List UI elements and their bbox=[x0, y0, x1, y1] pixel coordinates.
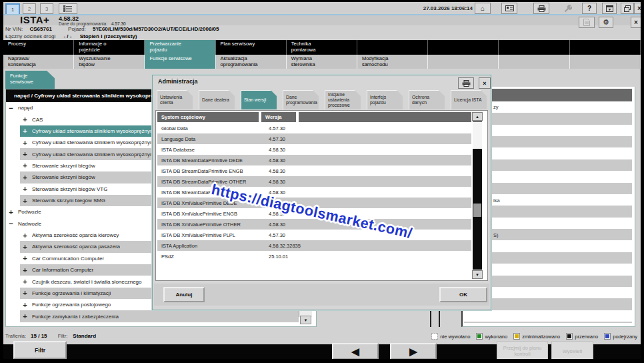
table-row[interactable]: ISTA Application4.58.32.32835 bbox=[157, 240, 471, 251]
tree-item-label: Podwozie bbox=[18, 209, 41, 215]
programming-data-label: Dane do programowania: bbox=[59, 21, 107, 26]
ok-button[interactable]: OK bbox=[439, 287, 487, 302]
expand-icon[interactable]: + bbox=[20, 173, 30, 182]
home-button[interactable]: ⌂ bbox=[475, 3, 491, 14]
submenu-tab-1[interactable]: Wyszukiwanie błędów bbox=[74, 55, 145, 69]
vehicle-id-button[interactable] bbox=[501, 3, 517, 14]
help-button[interactable]: ? bbox=[582, 3, 597, 14]
expand-icon[interactable]: + bbox=[20, 127, 30, 135]
expand-icon[interactable]: + bbox=[20, 289, 30, 297]
expand-icon[interactable]: + bbox=[20, 161, 30, 169]
wrench-icon bbox=[564, 5, 572, 13]
menu-tab-0[interactable]: Procesy bbox=[3, 40, 74, 55]
session-tab-3[interactable]: 3 bbox=[40, 3, 53, 14]
table-scrollbar[interactable]: ▲ ▼ bbox=[472, 112, 483, 279]
close-app-icon[interactable]: × bbox=[634, 3, 644, 14]
expand-icon[interactable]: + bbox=[20, 301, 30, 309]
legend-item: nie wywołano bbox=[431, 333, 470, 340]
menu-tab-4[interactable]: Technika pomiarowa bbox=[287, 40, 357, 55]
ista-application-window: { "window": { "datetime": "27.03.2026 18… bbox=[0, 0, 644, 363]
expand-icon[interactable]: + bbox=[20, 115, 30, 123]
expand-icon[interactable]: + bbox=[20, 243, 30, 251]
dialog-tab-4[interactable]: Inicjalne ustawienia procesowe bbox=[325, 90, 361, 109]
submenu-tab-5[interactable]: Modyfikacja samochodu bbox=[357, 55, 428, 69]
menu-tab-3[interactable]: Plan serwisowy bbox=[216, 40, 287, 55]
menu-tab-1[interactable]: Informacje o pojeździe bbox=[74, 40, 145, 55]
takeover-to-plan-button[interactable]: Przejmij do planu kontroli bbox=[497, 341, 548, 361]
submenu-tab-0[interactable]: Naprawa/ konserwacja bbox=[3, 55, 74, 69]
dialog-tab-0[interactable]: Ustawienia clienta bbox=[157, 90, 193, 109]
collapse-icon[interactable]: − bbox=[6, 104, 16, 112]
forward-button[interactable]: ▶ bbox=[390, 343, 437, 360]
tree-item[interactable]: +Funkcje zamykania i zabezpieczenia bbox=[20, 310, 299, 322]
dialog-tab-2[interactable]: Stan wersji bbox=[241, 90, 277, 109]
filter-button[interactable]: Filtr bbox=[13, 341, 67, 359]
legend-label: nie wywołano bbox=[440, 334, 470, 340]
scroll-up-button[interactable]: ▲ bbox=[472, 112, 483, 121]
menu-tab-empty bbox=[428, 40, 499, 55]
tree-item-label: Aktywna szerokość oparcia pasażera bbox=[32, 244, 120, 250]
datetime: 27.03.2026 18:06:14 bbox=[423, 5, 473, 11]
tree-item-label: Sterowanie skrzyni biegów bbox=[32, 174, 95, 180]
dialog-tab-1[interactable]: Dane dealera bbox=[199, 90, 235, 109]
table-row[interactable]: ISTA DB StreamDataPrimitive OTHER4.58.30 bbox=[157, 176, 471, 187]
tree-item-label: Cyfrowy układ sterowania silnikiem wysok… bbox=[32, 151, 155, 157]
dialog-print-button[interactable] bbox=[458, 77, 474, 89]
table-row[interactable]: ISTA DB StreamDataPrimitive ENGB4.58.30 bbox=[157, 165, 471, 176]
dialog-tab-6[interactable]: Ochrona danych bbox=[409, 90, 445, 109]
dialog-close-icon[interactable]: × bbox=[479, 77, 491, 89]
side-tab-funkcje-serwisowe[interactable]: Funkcje serwisowe bbox=[5, 71, 55, 89]
menu-tab-2[interactable]: Przetwarzanie pojazdu bbox=[145, 40, 215, 55]
table-row[interactable]: ISTA DB StreamDataPrimitive PLPL4.58.30 bbox=[157, 187, 471, 198]
table-row[interactable]: Global Data4.57.30 bbox=[157, 123, 471, 133]
close-session-icon[interactable]: × bbox=[631, 17, 641, 28]
expand-icon[interactable]: + bbox=[20, 185, 30, 193]
forward-arrow-icon: ▶ bbox=[409, 346, 417, 358]
submenu-tab-3[interactable]: Aktualizacja oprogramowania bbox=[216, 55, 287, 69]
status-color bbox=[605, 334, 609, 338]
table-row[interactable]: Language Data4.57.30 bbox=[157, 133, 471, 144]
results-panel-header bbox=[467, 89, 632, 101]
print-button[interactable] bbox=[533, 3, 549, 14]
dialog-tab-7[interactable]: Licencja ISTA bbox=[451, 90, 487, 109]
minimize-to-tray-button[interactable] bbox=[602, 3, 617, 14]
dialog-tab-5[interactable]: Interfejs pojazdu bbox=[367, 90, 403, 109]
dialog-tab-3[interactable]: Dane programowania bbox=[283, 90, 319, 109]
collapse-icon[interactable]: − bbox=[6, 220, 16, 228]
back-button[interactable]: ◀ bbox=[332, 343, 379, 360]
programming-data-version: 4.57.30 bbox=[111, 21, 126, 26]
filter-label: Filtr: bbox=[58, 333, 68, 339]
expand-icon[interactable]: + bbox=[20, 266, 30, 274]
submenu-tab-2[interactable]: Funkcje serwisowe bbox=[145, 55, 215, 69]
expand-icon[interactable]: + bbox=[20, 312, 30, 320]
expand-icon[interactable]: + bbox=[20, 139, 30, 147]
back-arrow-icon: ◀ bbox=[351, 346, 359, 358]
table-row[interactable]: ISTA DB XmlValuePrimitive PLPL4.57.30 bbox=[157, 230, 471, 240]
expand-icon[interactable]: + bbox=[6, 208, 16, 216]
scrollbar-mark bbox=[473, 204, 481, 217]
expand-icon[interactable]: + bbox=[20, 150, 30, 158]
vin-value: CS65761 bbox=[29, 26, 51, 32]
session-doc-button[interactable] bbox=[579, 17, 595, 28]
restore-window-button[interactable] bbox=[621, 3, 634, 14]
expand-icon[interactable]: + bbox=[20, 232, 30, 240]
table-row[interactable]: ISTA Database4.58.30 bbox=[157, 144, 471, 155]
session-list-button[interactable] bbox=[59, 3, 77, 14]
scroll-down-button[interactable]: ▼ bbox=[472, 270, 483, 279]
tree-item-label: Sterownik skrzyni biegów SMG bbox=[32, 198, 105, 204]
expand-icon[interactable]: + bbox=[20, 254, 30, 262]
table-row[interactable]: PSdZ25.10.01 bbox=[157, 251, 471, 262]
legend-label: przerwano bbox=[575, 334, 598, 340]
display-button[interactable]: Wyświetl bbox=[551, 341, 593, 361]
scrollbar-track[interactable] bbox=[473, 121, 482, 270]
cancel-button[interactable]: Anuluj bbox=[163, 287, 205, 302]
submenu-tab-4[interactable]: Wymiana sterownika bbox=[287, 55, 357, 69]
table-row[interactable]: ISTA DB StreamDataPrimitive DEDE4.58.30 bbox=[157, 155, 471, 165]
scrollbar-thumb[interactable] bbox=[473, 122, 482, 149]
expand-icon[interactable]: + bbox=[20, 278, 30, 286]
tree-scroll-down-button[interactable]: ▼ bbox=[300, 316, 311, 324]
session-tab-2[interactable]: 2 bbox=[23, 3, 36, 14]
tools-button[interactable] bbox=[561, 3, 575, 14]
settings-button[interactable]: ⚙ bbox=[599, 17, 613, 28]
expand-icon[interactable]: + bbox=[20, 197, 30, 205]
